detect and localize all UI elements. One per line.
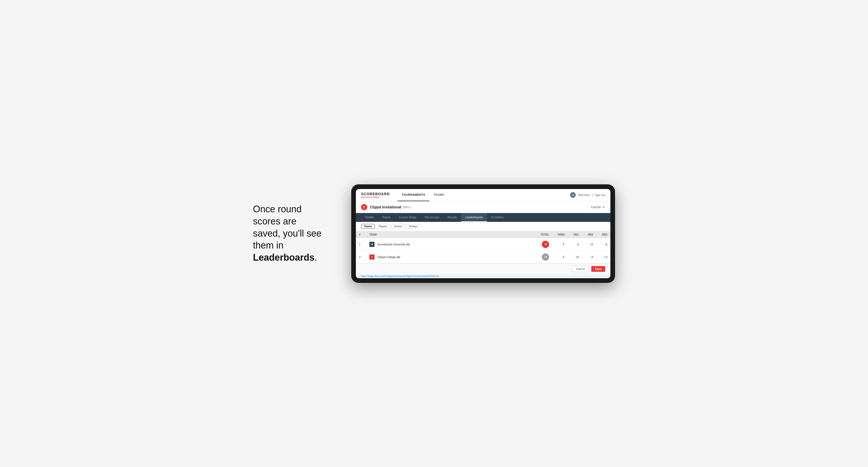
tab-leaderboards[interactable]: Leaderboards xyxy=(461,213,487,222)
row2-rank: 2 xyxy=(356,251,366,263)
nav-links: TOURNAMENTS TEAMS xyxy=(398,189,570,201)
sub-nav: Details Teams Course Setup Tee Groups Re… xyxy=(356,213,610,222)
user-avatar: S xyxy=(570,192,576,198)
filter-scores[interactable]: Scores xyxy=(391,224,405,229)
row1-team-name: Scoreboard University [A] xyxy=(377,243,410,246)
row1-rd3: -6 xyxy=(596,238,610,251)
page-wrapper: Once round scores are saved, you'll see … xyxy=(253,184,615,283)
row1-team-logo: SB xyxy=(369,242,374,247)
tab-teams[interactable]: Teams xyxy=(378,213,395,222)
tab-course-setup[interactable]: Course Setup xyxy=(395,213,420,222)
tournament-icon: C xyxy=(361,204,367,210)
filter-teams[interactable]: Teams xyxy=(361,224,375,229)
row1-thru: F xyxy=(552,238,568,251)
row1-team: SB Scoreboard University [A] xyxy=(366,238,534,251)
row2-team: C Clippd College [A] xyxy=(366,251,534,263)
filter-strokes[interactable]: Strokes xyxy=(406,224,420,229)
tournament-cancel-btn[interactable]: Cancel ✕ xyxy=(591,205,605,209)
row2-total: +3 xyxy=(534,251,552,263)
col-header-rd3: RD3 xyxy=(596,231,610,238)
save-button[interactable]: Save xyxy=(591,266,605,272)
sign-out-link[interactable]: Sign out xyxy=(595,193,605,196)
row1-rank: 1 xyxy=(356,238,366,251)
tournament-category: (Men) xyxy=(403,205,411,209)
logo-subtitle: Powered by clippd xyxy=(361,196,390,198)
col-header-total: TOTAL xyxy=(534,231,552,238)
bottom-bar: Cancel Save xyxy=(356,263,610,274)
col-header-rd1: RD1 xyxy=(568,231,582,238)
row2-team-name: Clippd College [A] xyxy=(377,255,400,258)
desc-line4: them in xyxy=(253,240,283,251)
nav-separator: | xyxy=(592,193,593,196)
nav-tournaments[interactable]: TOURNAMENTS xyxy=(398,189,429,201)
logo-title: SCOREBOARD xyxy=(361,192,390,196)
row2-rd2: -8 xyxy=(582,251,596,263)
user-name: Test User xyxy=(578,193,590,196)
filter-players[interactable]: Players xyxy=(376,224,390,229)
col-header-rd2: RD2 xyxy=(582,231,596,238)
tab-printables[interactable]: Printables xyxy=(487,213,508,222)
desc-bold: Leaderboards xyxy=(253,252,314,263)
nav-right: S Test User | Sign out xyxy=(570,192,605,198)
logo-area: SCOREBOARD Powered by clippd xyxy=(361,192,390,198)
leaderboard-table-container: # TEAM TOTAL THRU xyxy=(356,231,610,263)
row2-team-logo: C xyxy=(369,254,374,260)
leaderboard-table: # TEAM TOTAL THRU xyxy=(356,231,610,263)
cancel-button[interactable]: Cancel xyxy=(572,266,589,272)
row1-rd2: +5 xyxy=(582,238,596,251)
row2-rd1: +8 xyxy=(568,251,582,263)
row1-rd1: -4 xyxy=(568,238,582,251)
left-description: Once round scores are saved, you'll see … xyxy=(253,203,336,264)
logo-brand: clippd xyxy=(373,196,379,198)
cancel-x-icon: ✕ xyxy=(602,205,605,209)
top-nav: SCOREBOARD Powered by clippd TOURNAMENTS… xyxy=(356,189,610,201)
desc-line3: saved, you'll see xyxy=(253,228,321,239)
tournament-name: Clippd Invitational xyxy=(370,205,401,209)
status-bar: https://stage-blue-coach.stagescorecboar… xyxy=(356,274,610,278)
tablet-screen: SCOREBOARD Powered by clippd TOURNAMENTS… xyxy=(356,189,610,278)
tournament-header: C Clippd Invitational (Men) Cancel ✕ xyxy=(356,201,610,213)
table-header-row: # TEAM TOTAL THRU xyxy=(356,231,610,238)
row1-total: -5 xyxy=(534,238,552,251)
col-header-team: TEAM xyxy=(366,231,534,238)
desc-period: . xyxy=(314,252,317,263)
desc-line2: scores are xyxy=(253,216,297,226)
row2-score-badge: +3 xyxy=(542,253,549,261)
table-row: 2 C Clippd College [A] +3 F +8 -8 xyxy=(356,251,610,263)
col-header-rank: # xyxy=(356,231,366,238)
tab-details[interactable]: Details xyxy=(361,213,378,222)
filter-row: Teams Players Scores Strokes xyxy=(356,222,610,231)
tab-results[interactable]: Results xyxy=(443,213,461,222)
tab-tee-groups[interactable]: Tee Groups xyxy=(420,213,443,222)
row2-thru: F xyxy=(552,251,568,263)
nav-teams[interactable]: TEAMS xyxy=(429,189,448,201)
tablet-device: SCOREBOARD Powered by clippd TOURNAMENTS… xyxy=(351,184,615,283)
row1-score-badge: -5 xyxy=(542,241,549,248)
col-header-thru: THRU xyxy=(552,231,568,238)
table-row: 1 SB Scoreboard University [A] -5 F -4 xyxy=(356,238,610,251)
row2-rd3: +3 xyxy=(596,251,610,263)
desc-line1: Once round xyxy=(253,204,302,214)
